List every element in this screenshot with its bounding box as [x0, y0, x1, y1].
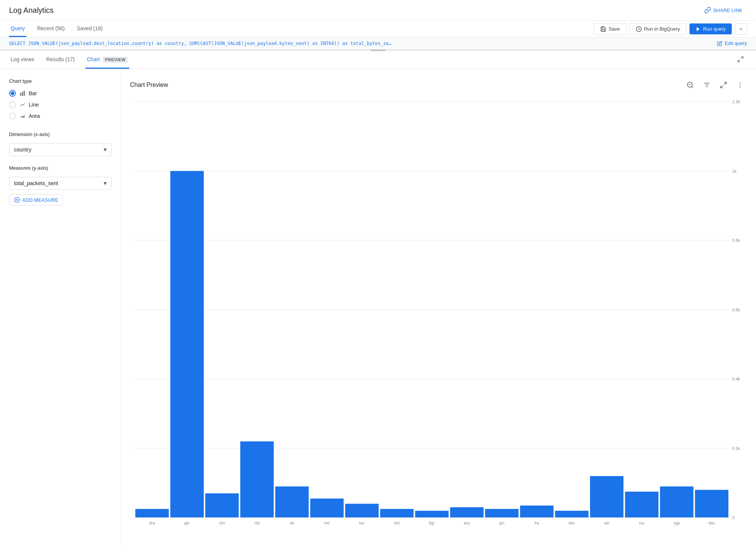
area-label: Area	[29, 113, 40, 119]
svg-line-18	[721, 86, 723, 88]
line-label: Line	[29, 102, 39, 108]
save-button[interactable]: Save	[594, 23, 626, 35]
filter-chart-button[interactable]	[700, 78, 714, 92]
svg-text:twn: twn	[569, 521, 575, 525]
radio-bar[interactable]: Bar	[9, 90, 112, 97]
svg-point-20	[740, 85, 741, 86]
tab-results[interactable]: Results (17)	[45, 51, 76, 69]
svg-text:aus: aus	[464, 521, 470, 525]
svg-text:bgr: bgr	[429, 521, 435, 525]
tab-saved[interactable]: Saved (18)	[75, 21, 104, 37]
svg-text:nld: nld	[254, 521, 259, 525]
page-title: Log Analytics	[9, 6, 54, 15]
svg-rect-56	[485, 509, 519, 518]
radio-line[interactable]: Line	[9, 101, 112, 108]
add-measure-button[interactable]: ADD MEASURE	[9, 194, 63, 206]
top-tab-bar: Query Recent (56) Saved (18) Save Run in…	[0, 21, 756, 37]
svg-rect-62	[590, 476, 624, 518]
sql-bar: SELECT JSON_VALUE(json_payload.dest_loca…	[0, 37, 756, 49]
right-panel: Chart Preview	[121, 69, 756, 546]
svg-rect-6	[24, 91, 25, 96]
measures-label: Measures (y-axis)	[9, 165, 112, 171]
measures-select[interactable]: total_packets_sent	[9, 177, 112, 190]
svg-text:ind: ind	[324, 521, 329, 525]
expand-svg	[737, 56, 744, 63]
bar-chart-icon	[20, 90, 26, 96]
edit-query-label: Edit query	[725, 40, 747, 46]
chart-preview-header: Chart Preview	[130, 78, 747, 92]
svg-rect-42	[240, 441, 274, 518]
add-measure-label: ADD MEASURE	[22, 197, 58, 203]
search-chart-button[interactable]	[683, 78, 697, 92]
chevron-down-icon	[738, 26, 744, 32]
tab-chart[interactable]: Chart PREVIEW	[85, 51, 129, 69]
chart-actions	[683, 78, 747, 92]
svg-rect-54	[450, 507, 484, 518]
sql-text: SELECT JSON_VALUE(json_payload.dest_loca…	[9, 41, 711, 46]
more-vert-icon	[736, 81, 744, 89]
svg-text:0.6k: 0.6k	[732, 308, 740, 312]
bigquery-label: Run in BigQuery	[644, 26, 680, 32]
svg-line-17	[724, 82, 727, 85]
dimension-select-wrapper: country ▼	[9, 143, 112, 156]
svg-rect-5	[22, 92, 23, 96]
run-query-button[interactable]: Run query	[689, 23, 732, 34]
svg-line-2	[741, 57, 743, 59]
bigquery-icon	[636, 26, 642, 32]
expand-icon[interactable]	[734, 55, 747, 67]
svg-text:1k: 1k	[732, 169, 737, 173]
svg-rect-38	[170, 171, 204, 518]
fullscreen-chart-button[interactable]	[717, 78, 730, 92]
run-options-button[interactable]	[735, 23, 747, 35]
tab-log-views[interactable]: Log views	[9, 51, 36, 69]
chart-with-yaxis: 1.2k1k0.8k0.6k0.4k0.2k0bragbrchnnlditain…	[130, 98, 747, 538]
measures-section: Measures (y-axis) total_packets_sent ▼ A…	[9, 165, 112, 206]
run-label: Run query	[703, 26, 726, 32]
tab-query[interactable]: Query	[9, 21, 26, 37]
main-content: Chart type Bar	[0, 69, 756, 546]
dimension-select[interactable]: country	[9, 143, 112, 156]
svg-text:chn: chn	[219, 521, 225, 525]
svg-rect-58	[520, 506, 554, 518]
zoom-icon	[686, 81, 694, 89]
svg-text:0.2k: 0.2k	[732, 446, 740, 451]
bar-label: Bar	[29, 90, 37, 96]
svg-rect-46	[310, 499, 344, 518]
pencil-icon	[717, 41, 722, 46]
save-icon	[600, 26, 606, 32]
svg-rect-66	[660, 486, 694, 518]
add-circle-icon	[14, 197, 20, 203]
svg-marker-7	[20, 115, 25, 118]
dimension-label: Dimension (x-axis)	[9, 131, 112, 137]
svg-text:rus: rus	[639, 521, 644, 525]
svg-text:bra: bra	[149, 521, 155, 525]
chart-preview-title: Chart Preview	[130, 82, 168, 88]
svg-text:ita: ita	[290, 521, 294, 525]
area-chart-icon	[20, 113, 26, 119]
dimension-section: Dimension (x-axis) country ▼	[9, 131, 112, 156]
svg-text:jpn: jpn	[499, 521, 504, 525]
svg-rect-36	[135, 509, 169, 518]
sub-tab-bar: Log views Results (17) Chart PREVIEW	[0, 51, 756, 69]
share-link-label: SHARE LINK	[713, 8, 742, 13]
svg-rect-52	[415, 511, 449, 518]
svg-rect-48	[345, 504, 379, 518]
svg-text:sgp: sgp	[674, 521, 680, 525]
share-link-button[interactable]: SHARE LINK	[700, 5, 747, 16]
filter-icon	[703, 81, 711, 89]
chart-type-title: Chart type	[9, 78, 112, 84]
play-icon	[696, 26, 701, 32]
svg-line-3	[738, 60, 740, 62]
svg-line-12	[692, 87, 693, 88]
svg-rect-44	[275, 486, 309, 518]
radio-area[interactable]: Area	[9, 113, 112, 119]
radio-circle-bar	[9, 90, 16, 97]
header: Log Analytics SHARE LINK	[0, 0, 756, 21]
run-in-bigquery-button[interactable]: Run in BigQuery	[629, 23, 686, 35]
svg-rect-68	[695, 490, 728, 518]
more-options-button[interactable]	[733, 78, 747, 92]
tab-recent[interactable]: Recent (56)	[36, 21, 66, 37]
svg-text:deu: deu	[708, 521, 715, 525]
radio-circle-area	[9, 113, 16, 119]
edit-query-button[interactable]: Edit query	[717, 40, 747, 46]
